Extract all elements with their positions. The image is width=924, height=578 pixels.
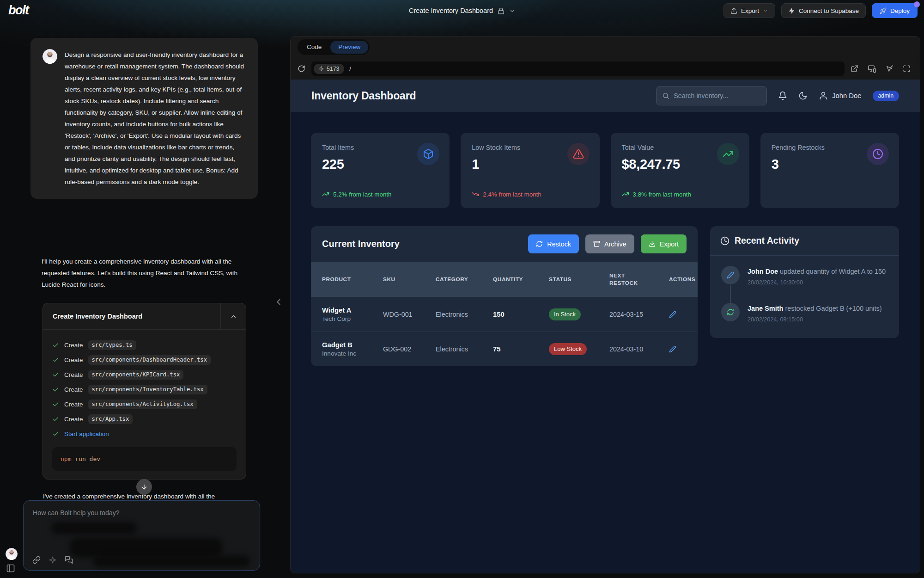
product-category: Electronics xyxy=(436,345,493,353)
activity-item: Jane Smith restocked Gadget B (+100 unit… xyxy=(721,304,888,325)
workflow-step-start-application[interactable]: Start application xyxy=(52,426,237,441)
fullscreen-icon[interactable] xyxy=(903,65,911,73)
recent-activity-card: Recent Activity John Doe updated quantit… xyxy=(710,226,899,338)
workflow-card-header: Create Inventory Dashboard xyxy=(43,303,246,330)
chat-bubbles-icon[interactable] xyxy=(65,556,73,564)
export-button[interactable]: Export xyxy=(723,3,775,18)
chevron-down-icon[interactable] xyxy=(509,8,515,14)
terminal-command: npm xyxy=(61,455,71,462)
trending-up-icon xyxy=(322,191,329,198)
upload-icon xyxy=(730,7,737,14)
product-supplier: Tech Corp xyxy=(322,315,383,322)
product-sku: GDG-002 xyxy=(383,345,436,353)
preview-viewport: Inventory Dashboard John Doe admin Total… xyxy=(291,80,920,573)
next-restock-date: 2024-03-10 xyxy=(609,345,669,353)
activity-item: John Doe updated quantity of Widget A to… xyxy=(721,267,888,288)
export-csv-button[interactable]: Export xyxy=(641,234,687,253)
redacted-blur xyxy=(93,555,250,567)
step-file[interactable]: src/types.ts xyxy=(88,340,136,350)
collapse-chat-chevron-icon[interactable] xyxy=(274,297,284,307)
timeline-connector xyxy=(730,285,731,303)
tab-preview[interactable]: Preview xyxy=(330,41,368,54)
table-row[interactable]: Widget A Tech Corp WDG-001 Electronics 1… xyxy=(311,297,698,332)
kpi-trend: 3.8% from last month xyxy=(622,191,692,198)
chat-input-box[interactable] xyxy=(23,500,260,571)
archive-button[interactable]: Archive xyxy=(585,234,634,253)
chat-input[interactable] xyxy=(27,504,249,527)
reload-icon[interactable] xyxy=(298,65,305,73)
sparkles-icon[interactable] xyxy=(49,556,57,564)
deploy-button[interactable]: Deploy xyxy=(872,3,918,18)
inventory-search-box[interactable] xyxy=(656,86,767,105)
workflow-step: Create src/components/DashboardHeader.ts… xyxy=(52,352,237,367)
code-preview-toggle: Code Preview xyxy=(298,39,370,55)
workflow-step: Create src/components/KPICard.tsx xyxy=(52,367,237,382)
open-external-icon[interactable] xyxy=(851,65,858,73)
redacted-blur xyxy=(70,538,222,557)
connect-supabase-button[interactable]: Connect to Supabase xyxy=(781,3,866,18)
tab-code[interactable]: Code xyxy=(299,41,329,54)
deploy-label: Deploy xyxy=(890,7,910,14)
step-action: Create xyxy=(64,401,83,408)
product-category: Electronics xyxy=(436,311,493,318)
step-action: Create xyxy=(64,357,83,363)
step-file[interactable]: src/components/KPICard.tsx xyxy=(88,370,184,380)
check-icon xyxy=(52,371,59,378)
dark-mode-toggle-moon-icon[interactable] xyxy=(798,91,808,100)
url-field[interactable]: 5173 / xyxy=(311,61,845,76)
check-icon xyxy=(52,342,59,349)
kpi-trend: 2.4% from last month xyxy=(472,191,541,198)
user-chip[interactable]: John Doe xyxy=(819,91,861,100)
trending-up-icon xyxy=(622,191,629,198)
view-tabs-row: Code Preview xyxy=(291,37,920,58)
check-icon xyxy=(52,357,59,363)
restock-button[interactable]: Restock xyxy=(528,234,579,253)
step-file[interactable]: src/App.tsx xyxy=(88,414,133,424)
step-file[interactable]: src/components/DashboardHeader.tsx xyxy=(88,355,211,365)
port-pill[interactable]: 5173 xyxy=(314,64,344,74)
kpi-grid: Total Items 225 5.2% from last month Low… xyxy=(311,133,899,208)
workflow-card: Create Inventory Dashboard Create src/ty… xyxy=(43,303,246,480)
step-action: Create xyxy=(64,386,83,393)
refresh-icon xyxy=(536,240,543,247)
step-file[interactable]: src/components/ActivityLog.tsx xyxy=(88,400,197,409)
assistant-outro-text: I've created a comprehensive inventory d… xyxy=(43,493,260,500)
url-path: / xyxy=(349,65,351,72)
check-icon xyxy=(52,401,59,408)
col-next-restock: Next Restock xyxy=(609,272,644,287)
search-icon xyxy=(662,92,669,99)
bell-icon[interactable] xyxy=(778,91,787,100)
workflow-step: Create src/App.tsx xyxy=(52,412,237,426)
activity-timestamp: 20/02/2024, 09:15:00 xyxy=(748,316,888,323)
user-message-text: Design a responsive and user-friendly in… xyxy=(65,49,246,188)
devices-icon[interactable] xyxy=(868,64,876,73)
col-category: Category xyxy=(436,276,493,283)
col-actions: Actions xyxy=(669,276,695,283)
product-quantity[interactable]: 75 xyxy=(493,345,549,353)
project-title: Create Inventory Dashboard xyxy=(409,7,493,14)
activity-title: Recent Activity xyxy=(735,235,799,246)
activity-actor: John Doe xyxy=(748,268,778,275)
sidebar-toggle-icon[interactable] xyxy=(6,564,15,573)
dashboard-title: Inventory Dashboard xyxy=(311,90,416,102)
scroll-to-bottom-button[interactable] xyxy=(136,479,152,495)
account-avatar[interactable] xyxy=(6,548,18,560)
collapse-workflow-button[interactable] xyxy=(220,303,246,329)
edit-pencil-icon[interactable] xyxy=(669,311,676,318)
archive-icon xyxy=(593,240,600,247)
workflow-step: Create src/components/InventoryTable.tsx xyxy=(52,382,237,397)
step-file[interactable]: src/components/InventoryTable.tsx xyxy=(88,385,207,394)
supabase-label: Connect to Supabase xyxy=(799,7,859,14)
search-input[interactable] xyxy=(674,92,761,99)
workflow-step: Create src/components/ActivityLog.tsx xyxy=(52,397,237,412)
terminal-args: run dev xyxy=(75,455,100,462)
dashboard-header: Inventory Dashboard John Doe admin xyxy=(291,80,920,112)
link-icon[interactable] xyxy=(32,556,41,564)
inspector-cursor-icon[interactable] xyxy=(886,65,894,73)
supabase-icon xyxy=(788,7,795,14)
pencil-icon xyxy=(727,271,734,279)
table-row[interactable]: Gadget B Innovate Inc GDG-002 Electronic… xyxy=(311,332,698,366)
edit-pencil-icon[interactable] xyxy=(669,345,676,353)
product-quantity[interactable]: 150 xyxy=(493,311,549,318)
product-name: Gadget B xyxy=(322,341,383,349)
